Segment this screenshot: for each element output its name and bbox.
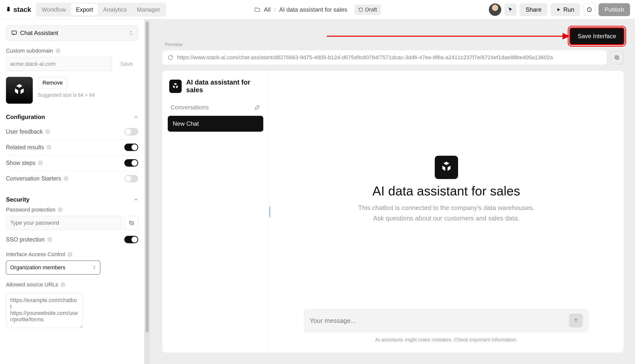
subdomain-label-row: Custom subdomain i bbox=[6, 48, 138, 54]
save-interface-button[interactable]: Save Interface bbox=[569, 27, 624, 45]
url-bar: https://www.stack-ai.com/chat-assistant/… bbox=[162, 50, 607, 65]
folder-icon bbox=[254, 6, 260, 13]
ai-disclaimer: AI assistants might make mistakes. Check… bbox=[304, 337, 589, 343]
breadcrumb: All / AI data assistant for sales Draft bbox=[254, 4, 381, 15]
copy-url-button[interactable] bbox=[610, 51, 623, 64]
config-sidebar: Chat Assistant Custom subdomain i Save R… bbox=[0, 19, 144, 364]
user-avatar[interactable] bbox=[489, 4, 501, 16]
header-right: Share Run Publish bbox=[489, 3, 630, 16]
show-steps-toggle[interactable] bbox=[124, 159, 138, 167]
tab-manager[interactable]: Manager bbox=[132, 4, 165, 16]
run-button[interactable]: Run bbox=[550, 3, 580, 16]
user-feedback-toggle[interactable] bbox=[124, 128, 138, 136]
info-icon[interactable]: i bbox=[61, 282, 66, 287]
reload-icon[interactable] bbox=[168, 55, 173, 60]
remove-logo-button[interactable]: Remove bbox=[38, 77, 68, 89]
related-results-toggle[interactable] bbox=[124, 144, 138, 151]
breadcrumb-all[interactable]: All bbox=[264, 6, 271, 13]
publish-button[interactable]: Publish bbox=[598, 3, 630, 16]
info-icon[interactable]: i bbox=[58, 207, 63, 212]
password-input[interactable] bbox=[6, 216, 122, 230]
preview-label: Preview bbox=[165, 42, 635, 47]
logo-thumbnail bbox=[6, 77, 33, 104]
chat-sidebar: AI data assistant for sales Conversation… bbox=[162, 71, 269, 352]
chat-center-title: AI data assistant for sales bbox=[373, 184, 520, 198]
chat-preview-frame: AI data assistant for sales Conversation… bbox=[162, 71, 623, 352]
conversation-starters-row: Conversation Starters i bbox=[6, 171, 138, 186]
interface-type-select[interactable]: Chat Assistant bbox=[6, 25, 138, 41]
svg-rect-5 bbox=[615, 56, 618, 58]
clock-icon-button[interactable] bbox=[583, 4, 595, 16]
svg-marker-3 bbox=[562, 33, 570, 40]
copy-icon bbox=[614, 55, 620, 60]
cubes-icon bbox=[12, 83, 27, 98]
info-icon[interactable]: i bbox=[56, 48, 61, 53]
chevron-updown-icon bbox=[129, 30, 133, 36]
subdomain-save-button[interactable]: Save bbox=[115, 57, 138, 71]
sso-toggle[interactable] bbox=[124, 236, 138, 243]
info-icon[interactable]: i bbox=[64, 176, 69, 181]
annotation-arrow bbox=[327, 30, 570, 42]
password-protection-label: Password protection i bbox=[6, 206, 138, 213]
chevron-updown-icon bbox=[93, 265, 96, 270]
send-button[interactable] bbox=[569, 314, 583, 328]
app-header: stack Workflow Export Analytics Manager … bbox=[0, 0, 635, 19]
history-icon bbox=[358, 7, 363, 12]
stack-logo: stack bbox=[5, 6, 31, 14]
message-input-row bbox=[304, 309, 589, 332]
cursor-icon bbox=[508, 7, 513, 12]
chat-icon bbox=[11, 30, 17, 36]
chat-app-logo bbox=[169, 80, 182, 93]
edit-icon[interactable] bbox=[254, 104, 260, 110]
tab-analytics[interactable]: Analytics bbox=[98, 4, 132, 16]
security-section-header[interactable]: Security bbox=[6, 196, 138, 203]
chevron-up-icon bbox=[134, 198, 138, 201]
chevron-up-icon bbox=[134, 116, 138, 118]
chat-app-title: AI data assistant for sales bbox=[186, 78, 263, 94]
info-icon[interactable]: i bbox=[46, 145, 51, 150]
message-input[interactable] bbox=[310, 317, 565, 324]
sidebar-resize-handle[interactable] bbox=[269, 206, 270, 217]
chat-description: This chatbot is connected to the company… bbox=[358, 203, 534, 224]
sidebar-scrollbar[interactable] bbox=[144, 19, 150, 364]
svg-rect-4 bbox=[616, 56, 619, 59]
share-button[interactable]: Share bbox=[520, 3, 547, 16]
draft-badge[interactable]: Draft bbox=[354, 4, 381, 15]
show-steps-row: Show steps i bbox=[6, 155, 138, 171]
sso-protection-row: SSO protection i bbox=[6, 236, 138, 247]
user-feedback-row: User feedback i bbox=[6, 124, 138, 140]
breadcrumb-current[interactable]: AI data assistant for sales bbox=[279, 6, 348, 13]
info-icon[interactable]: i bbox=[68, 252, 73, 257]
logo-text: stack bbox=[14, 6, 31, 14]
chat-center-logo bbox=[435, 156, 458, 179]
iac-label: Interface Access Control i bbox=[6, 251, 138, 258]
info-icon[interactable]: i bbox=[45, 129, 50, 134]
preview-url[interactable]: https://www.stack-ai.com/chat-assistant/… bbox=[177, 54, 553, 61]
breadcrumb-separator: / bbox=[274, 6, 276, 13]
configuration-section-header[interactable]: Configuration bbox=[6, 114, 138, 120]
allowed-urls-textarea[interactable] bbox=[6, 293, 83, 328]
related-results-row: Related results i bbox=[6, 140, 138, 155]
conversations-label[interactable]: Conversations bbox=[171, 104, 209, 111]
access-control-select[interactable]: Organization members bbox=[6, 260, 100, 274]
new-chat-item[interactable]: New Chat bbox=[168, 116, 263, 132]
subdomain-input[interactable] bbox=[6, 57, 112, 71]
eye-off-icon bbox=[129, 220, 135, 226]
tab-workflow[interactable]: Workflow bbox=[37, 4, 71, 16]
allowed-urls-label: Allowed source URLs i bbox=[6, 282, 138, 288]
toggle-password-visibility-button[interactable] bbox=[125, 216, 138, 230]
chat-main: AI data assistant for sales This chatbot… bbox=[269, 71, 623, 352]
svg-rect-1 bbox=[12, 31, 16, 34]
stack-logo-icon bbox=[5, 6, 12, 13]
logo-size-hint: Suggested size is 64 × 64 bbox=[38, 92, 95, 98]
clock-icon bbox=[587, 7, 592, 12]
tab-export[interactable]: Export bbox=[71, 4, 98, 16]
conversation-starters-toggle[interactable] bbox=[124, 175, 138, 182]
info-icon[interactable]: i bbox=[38, 160, 43, 166]
play-icon bbox=[556, 8, 561, 12]
info-icon[interactable]: i bbox=[47, 237, 52, 242]
arrow-up-icon bbox=[573, 318, 579, 324]
cursor-icon-button[interactable] bbox=[504, 4, 517, 16]
nav-tabs: Workflow Export Analytics Manager bbox=[36, 3, 166, 16]
main-preview-area: Save Interface Preview https://www.stack… bbox=[144, 19, 635, 364]
